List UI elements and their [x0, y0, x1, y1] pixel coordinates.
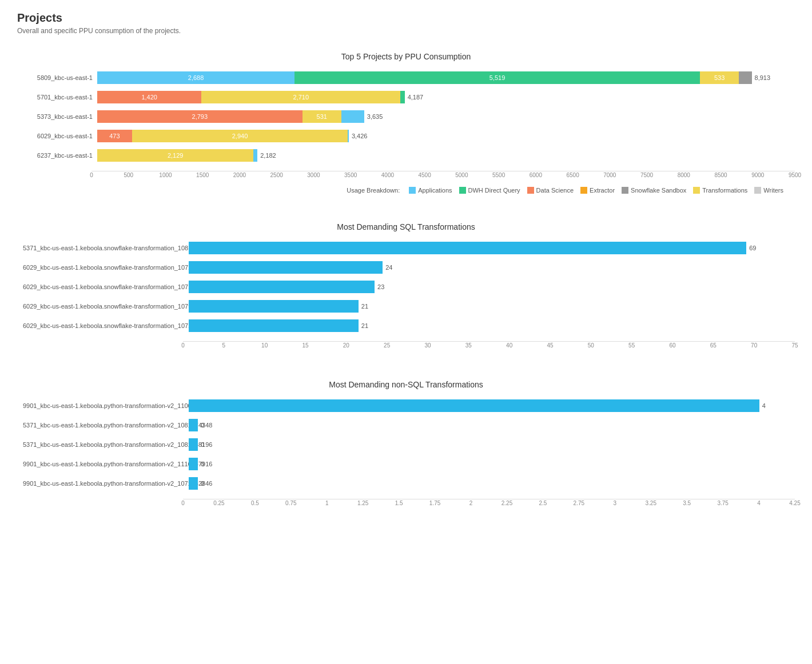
bar-segment: 2,940 [132, 130, 348, 142]
bar-segment: 5,519 [294, 71, 700, 84]
x-tick: 2500 [270, 172, 283, 178]
legend-swatch [754, 187, 761, 194]
x-tick: 50 [588, 342, 594, 349]
chart3-row-value: 0 [201, 422, 204, 429]
chart2-row: 6029_kbc-us-east-1.keboola.snowflake-tra… [23, 318, 795, 333]
x-tick: 6000 [530, 172, 542, 178]
chart1-row: 5373_kbc-us-east-12,7935313,635 [23, 109, 795, 124]
legend-label: Transformations [702, 187, 747, 194]
x-tick: 8500 [714, 172, 727, 178]
bar-segment: 2,710 [201, 91, 400, 103]
bar-segment: 531 [302, 110, 341, 123]
chart2-title: Most Demanding SQL Transformations [17, 222, 795, 231]
bar-segment [189, 399, 759, 412]
chart2-bars-area: 23 [189, 279, 795, 294]
x-tick: 0.75 [285, 500, 296, 506]
bar-segment [189, 458, 198, 470]
bar-segment [253, 149, 257, 162]
chart3-row: 5371_kbc-us-east-1.keboola.python-transf… [23, 437, 795, 452]
chart3-row-label: 5371_kbc-us-east-1.keboola.python-transf… [23, 422, 189, 429]
legend-swatch [409, 187, 416, 194]
x-tick: 2000 [233, 172, 246, 178]
x-tick: 60 [669, 342, 675, 349]
legend-label: Snowflake Sandbox [631, 187, 686, 194]
x-tick: 3.5 [683, 500, 691, 506]
chart1-row: 6029_kbc-us-east-14732,9403,426 [23, 129, 795, 143]
chart2-row-value: 21 [361, 303, 368, 310]
legend-swatch [527, 187, 534, 194]
x-tick: 0.25 [213, 500, 224, 506]
legend-swatch [580, 187, 587, 194]
x-tick: 1000 [159, 172, 172, 178]
x-tick: 4500 [419, 172, 431, 178]
x-tick: 7000 [603, 172, 616, 178]
x-tick: 35 [465, 342, 472, 349]
legend-label: Data Science [536, 187, 574, 194]
legend-item: Snowflake Sandbox [622, 187, 686, 194]
x-tick: 45 [547, 342, 553, 349]
x-tick: 1.5 [395, 500, 403, 506]
chart3-row-value: 0 [201, 480, 204, 487]
x-tick: 5000 [455, 172, 468, 178]
legend-item: Data Science [527, 187, 574, 194]
chart2-row-label: 6029_kbc-us-east-1.keboola.snowflake-tra… [23, 322, 189, 329]
legend-item: Applications [409, 187, 452, 194]
x-tick: 40 [506, 342, 512, 349]
x-tick: 1.75 [429, 500, 440, 506]
x-tick: 3.25 [646, 500, 656, 506]
chart1-row-label: 6029_kbc-us-east-1 [23, 133, 97, 139]
x-tick: 9000 [751, 172, 764, 178]
chart3-title: Most Demanding non-SQL Transformations [17, 380, 795, 389]
legend-swatch [622, 187, 628, 194]
bar-segment [189, 319, 359, 332]
legend-item: Extractor [580, 187, 615, 194]
bar-segment: 2,688 [97, 71, 294, 84]
chart2-bars-area: 69 [189, 241, 795, 255]
legend-item: Transformations [693, 187, 747, 194]
x-tick: 20 [343, 342, 349, 349]
x-tick: 4.25 [789, 500, 800, 506]
x-tick: 5 [222, 342, 226, 349]
legend-item: DWH Direct Query [459, 187, 520, 194]
bar-segment [189, 300, 359, 313]
chart3-bars: 9901_kbc-us-east-1.keboola.python-transf… [17, 398, 795, 495]
chart3-row: 5371_kbc-us-east-1.keboola.python-transf… [23, 418, 795, 433]
x-tick: 65 [710, 342, 717, 349]
bar-segment [189, 242, 746, 254]
x-tick: 70 [751, 342, 757, 349]
chart1-row-total: 4,187 [408, 94, 424, 101]
chart3-row-label: 5371_kbc-us-east-1.keboola.python-transf… [23, 441, 189, 448]
chart3-row-value: 0 [201, 441, 204, 448]
chart3-xaxis: 00.250.50.7511.251.51.7522.252.52.7533.2… [17, 499, 795, 509]
chart3-row-label: 9901_kbc-us-east-1.keboola.python-transf… [23, 461, 189, 467]
chart2-row-label: 6029_kbc-us-east-1.keboola.snowflake-tra… [23, 303, 189, 310]
x-tick: 0.5 [251, 500, 259, 506]
x-tick: 1500 [196, 172, 209, 178]
x-tick: 1 [325, 500, 329, 506]
chart1-bars-area: 2,7935313,635 [97, 109, 795, 124]
chart2-row: 5371_kbc-us-east-1.keboola.snowflake-tra… [23, 241, 795, 255]
chart1-bars-area: 2,6885,5195338,913 [97, 70, 795, 85]
chart2-row-label: 5371_kbc-us-east-1.keboola.snowflake-tra… [23, 245, 189, 251]
x-tick: 2.75 [574, 500, 584, 506]
chart2-row-value: 69 [749, 245, 756, 251]
chart1-xaxis: 0500100015002000250030003500400045005000… [17, 171, 795, 181]
chart2-row-value: 23 [377, 283, 384, 290]
chart1-row-total: 3,635 [367, 113, 383, 120]
x-tick: 2.5 [539, 500, 547, 506]
chart2-bars-area: 21 [189, 318, 795, 333]
legend-item: Writers [754, 187, 783, 194]
chart3-row-value: 4 [762, 402, 766, 409]
bar-segment [189, 419, 198, 431]
x-tick: 6500 [566, 172, 579, 178]
chart1-row-label: 6237_kbc-us-east-1 [23, 152, 97, 159]
x-tick: 7500 [640, 172, 653, 178]
legend-swatch [693, 187, 700, 194]
chart2-row-value: 24 [385, 264, 392, 271]
x-tick: 3.75 [717, 500, 728, 506]
bar-segment: 2,793 [97, 110, 302, 123]
bar-segment: 1,420 [97, 91, 201, 103]
chart2-row-label: 6029_kbc-us-east-1.keboola.snowflake-tra… [23, 283, 189, 290]
chart1-row: 5809_kbc-us-east-12,6885,5195338,913 [23, 70, 795, 85]
legend-label: Extractor [590, 187, 615, 194]
